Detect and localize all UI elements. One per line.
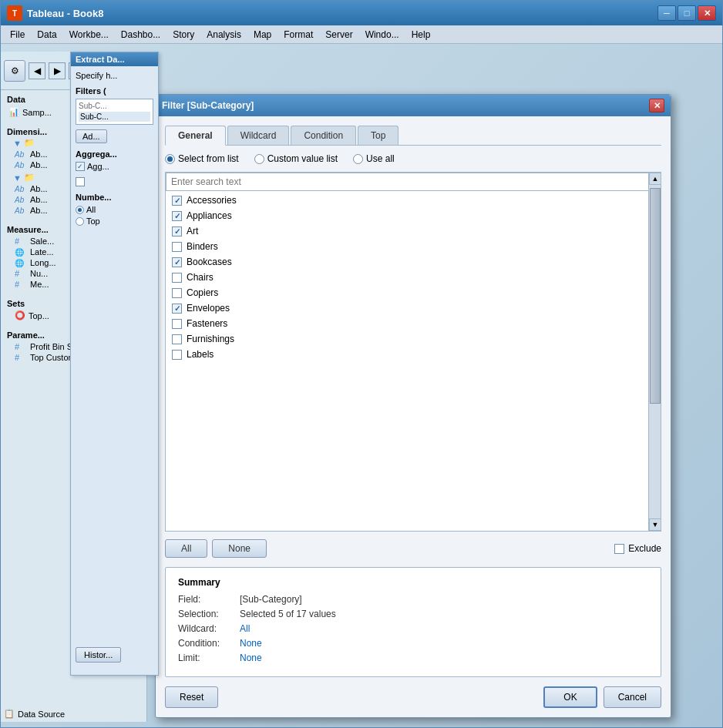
summary-limit-value[interactable]: None [240,653,262,663]
list-item[interactable]: Chairs [166,270,661,285]
filter-summary: Summary Field: [Sub-Category] Selection:… [165,567,661,677]
menu-dashboard[interactable]: Dashbo... [115,28,166,42]
minimize-button[interactable]: ─ [657,5,676,21]
tab-wildcard[interactable]: Wildcard [227,126,290,145]
list-item[interactable]: Copiers [166,285,661,300]
none-button[interactable]: None [212,539,267,558]
ok-button[interactable]: OK [543,686,597,708]
extract-panel-body: Specify h... Filters ( Sub-C... Sub-C...… [71,66,158,230]
list-item-checkbox-6[interactable] [172,288,182,298]
extra-checkbox[interactable] [76,177,85,186]
radio-custom-value-label: Custom value list [267,153,338,164]
radio-use-all-label: Use all [366,153,395,164]
menu-analysis[interactable]: Analysis [200,28,247,42]
list-item-label-2: Art [187,226,198,237]
scrollbar-up-arrow[interactable]: ▲ [649,173,661,185]
reset-button[interactable]: Reset [165,686,218,708]
menu-window[interactable]: Windo... [359,28,405,42]
top-radio-label: Top [86,216,100,226]
data-source-item[interactable]: 📋 Data Source [4,709,65,719]
toolbar-btn-1[interactable]: ⚙ [4,60,25,82]
agg-checkbox[interactable]: ✓ [76,162,85,171]
list-item[interactable]: Accessories [166,193,661,208]
menu-map[interactable]: Map [247,28,277,42]
list-item[interactable]: Art [166,223,661,239]
filter-action-row: All None Exclude [165,539,661,558]
list-item[interactable]: Fasteners [166,316,661,331]
filter-field-value: Sub-C... [79,112,150,122]
list-item-checkbox-3[interactable] [172,242,182,252]
close-window-button[interactable]: ✕ [698,5,716,21]
list-item-checkbox-7[interactable] [172,304,182,314]
list-scrollbar[interactable]: ▲ ▼ [648,173,661,531]
summary-wildcard-row: Wildcard: All [178,623,648,634]
list-item-checkbox-9[interactable] [172,334,182,344]
list-item-checkbox-4[interactable] [172,257,182,267]
scrollbar-down-arrow[interactable]: ▼ [649,518,661,531]
list-item-checkbox-1[interactable] [172,211,182,221]
window-title: Tableau - Book8 [27,8,103,19]
exclude-option: Exclude [614,543,661,554]
summary-selection-value: Selected 5 of 17 values [240,609,336,619]
summary-condition-row: Condition: None [178,638,648,649]
list-item[interactable]: Labels [166,347,661,362]
list-item-label-3: Binders [187,241,218,252]
top-radio[interactable] [76,217,84,226]
list-item[interactable]: Binders [166,239,661,254]
number-options: All Top [76,205,153,226]
radio-custom-value-list[interactable]: Custom value list [254,153,338,164]
filter-dialog-close-button[interactable]: ✕ [649,99,664,112]
nav-back-btn[interactable]: ◀ [29,62,45,79]
filter-search-input[interactable] [166,173,661,191]
exclude-checkbox[interactable] [614,544,624,554]
filter-list-container: Accessories Appliances Art Binders [165,172,661,532]
app-icon: T [7,5,22,21]
menu-help[interactable]: Help [405,28,437,42]
radio-use-all[interactable]: Use all [353,153,395,164]
history-button[interactable]: Histor... [76,647,121,663]
maximize-button[interactable]: □ [678,5,696,21]
menu-story[interactable]: Story [166,28,200,42]
summary-condition-value[interactable]: None [240,638,262,649]
scrollbar-thumb[interactable] [650,188,661,404]
summary-selection-label: Selection: [178,609,240,619]
add-btn-container: Ad... [76,129,153,143]
list-item-checkbox-10[interactable] [172,350,182,360]
list-item-checkbox-0[interactable] [172,196,182,206]
agg-label: Agg... [87,162,109,171]
list-item[interactable]: Appliances [166,208,661,223]
history-btn-container: Histor... [76,647,121,663]
list-item-checkbox-8[interactable] [172,319,182,329]
menu-file[interactable]: File [4,28,31,42]
tab-general[interactable]: General [165,126,226,146]
radio-select-from-list[interactable]: Select from list [165,153,239,164]
specify-label: Specify h... [76,71,153,80]
menu-bar: File Data Workbe... Dashbo... Story Anal… [1,25,722,44]
menu-format[interactable]: Format [277,28,319,42]
summary-wildcard-value[interactable]: All [240,623,250,634]
all-radio[interactable] [76,206,84,214]
all-radio-label: All [86,205,96,214]
summary-condition-label: Condition: [178,638,240,649]
tableau-window: T Tableau - Book8 ─ □ ✕ File Data Workbe… [0,0,723,728]
aggregate-label: Aggrega... [76,149,153,159]
menu-server[interactable]: Server [319,28,358,42]
list-item[interactable]: Bookcases [166,254,661,270]
list-item-checkbox-2[interactable] [172,226,182,237]
list-item[interactable]: Envelopes [166,300,661,316]
list-item[interactable]: Furnishings [166,331,661,347]
filter-dialog-title: Filter [Sub-Category] [162,100,254,111]
list-item-label-9: Furnishings [187,334,234,344]
list-item-checkbox-5[interactable] [172,273,182,283]
menu-data[interactable]: Data [31,28,62,42]
menu-worksheet[interactable]: Workbe... [63,28,115,42]
radio-custom-value-indicator [254,154,264,164]
list-item-label-6: Copiers [187,287,218,298]
add-filter-button[interactable]: Ad... [76,129,107,143]
filter-tabs: General Wildcard Condition Top [165,126,661,146]
tab-condition[interactable]: Condition [291,126,356,145]
cancel-button[interactable]: Cancel [604,686,661,708]
all-button[interactable]: All [165,539,207,558]
tab-top[interactable]: Top [358,126,398,145]
nav-forward-btn[interactable]: ▶ [49,62,66,79]
